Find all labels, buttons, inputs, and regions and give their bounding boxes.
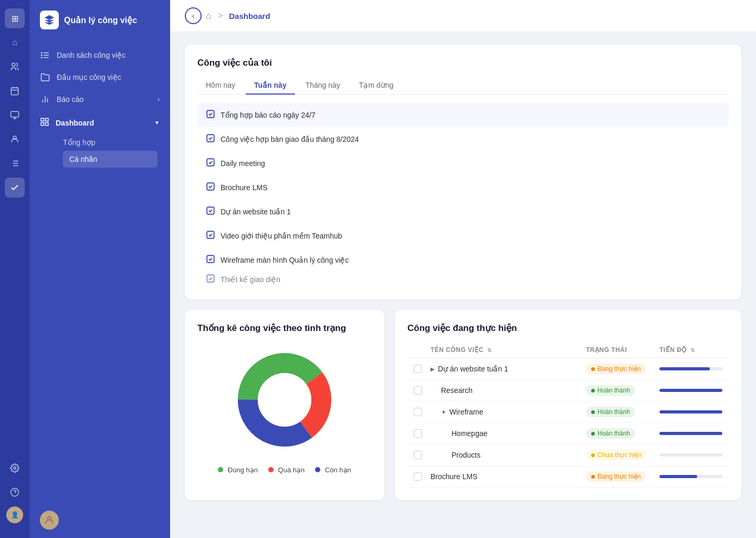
sidebar-item-bao-cao[interactable]: Báo cáo › (29, 88, 170, 110)
task-check-icon (206, 230, 215, 242)
task-label: Brochure LMS (220, 183, 267, 192)
task-item[interactable]: Công việc hợp bàn giao đầu tháng 8/2024 (197, 127, 729, 151)
table-row[interactable]: Research Hoàn thành (407, 380, 729, 401)
chart-legend: Đúng hạn Quá hạn Còn hạn (218, 466, 351, 474)
nav-icon-check[interactable] (5, 178, 25, 198)
status-badge: Chưa thực hiện (586, 450, 647, 460)
row-status: Hoàn thành (586, 385, 659, 396)
status-badge: Hoàn thành (586, 385, 635, 396)
task-label: Tổng hợp báo cáo ngày 24/7 (220, 111, 316, 119)
stats-chart-card: Thống kê công việc theo tình trạng (185, 310, 384, 500)
task-item[interactable]: Daily meeting (197, 151, 729, 175)
legend-item-dung-han: Đúng hạn (218, 466, 258, 474)
status-dot (591, 453, 595, 457)
svg-point-22 (41, 55, 43, 56)
breadcrumb-separator: > (218, 11, 223, 20)
svg-point-21 (41, 53, 43, 54)
bottom-row: Thống kê công việc theo tình trạng (185, 310, 741, 500)
row-checkbox[interactable] (414, 429, 430, 438)
task-label: Công việc hợp bàn giao đầu tháng 8/2024 (220, 135, 359, 143)
row-status: Hoàn thành (586, 428, 659, 439)
task-check-icon (206, 206, 215, 218)
task-label: Thiết kế giao diện (220, 275, 280, 284)
tab-thang-nay[interactable]: Tháng này (297, 77, 349, 95)
dashboard-icon (40, 117, 49, 128)
nav-icon-home[interactable]: ⌂ (5, 33, 25, 53)
expand-icon[interactable]: ▶ (430, 366, 435, 372)
expand-icon[interactable]: ▼ (441, 409, 446, 415)
nav-icon-calendar[interactable] (5, 81, 25, 101)
task-item[interactable]: Tổng hợp báo cáo ngày 24/7 (197, 103, 729, 127)
col-progress-sort[interactable]: ⇅ (690, 347, 695, 353)
user-avatar-strip[interactable]: 👤 (6, 506, 23, 530)
task-item[interactable]: Brochure LMS (197, 175, 729, 200)
sidebar-item-bao-cao-label: Báo cáo (57, 95, 83, 104)
sidebar-nav: Danh sách công việc Đầu mục công việc Bá… (29, 40, 170, 502)
dashboard-header[interactable]: Dashboard ▼ (36, 111, 164, 134)
folder-icon (40, 72, 50, 82)
col-name: TÊN CÔNG VIỆC ⇅ (430, 346, 586, 354)
nav-icon-list[interactable] (5, 153, 25, 173)
col-check (414, 346, 430, 354)
task-list: Tổng hợp báo cáo ngày 24/7 Công việc hợp… (197, 103, 729, 287)
row-checkbox[interactable] (414, 386, 430, 395)
back-icon: ‹ (192, 12, 195, 20)
col-name-sort[interactable]: ⇅ (487, 347, 492, 353)
my-tasks-card: Công việc của tôi Hôm nay Tuần này Tháng… (185, 45, 741, 299)
sidebar-item-ca-nhan[interactable]: Cá nhân (63, 151, 158, 168)
task-label: Daily meeting (220, 159, 265, 168)
table-row[interactable]: Brochure LMS Đang thực hiện (407, 466, 729, 488)
col-status: TRẠNG THÁI (586, 346, 659, 354)
back-button[interactable]: ‹ (185, 7, 202, 24)
status-dot (591, 410, 595, 414)
legend-item-con-han: Còn hạn (315, 466, 351, 474)
svg-rect-27 (41, 118, 44, 121)
task-label: Dự án website tuần 1 (220, 208, 291, 216)
icon-strip: ⊞ ⌂ 👤 (0, 0, 29, 538)
breadcrumb-current: Dashboard (229, 12, 270, 20)
sidebar-item-tong-hop[interactable]: Tổng hợp (63, 134, 164, 151)
row-checkbox[interactable] (414, 451, 430, 459)
svg-rect-30 (46, 123, 48, 126)
row-progress (659, 389, 722, 392)
content-area: Công việc của tôi Hôm nay Tuần này Tháng… (170, 32, 756, 538)
nav-icon-grid[interactable]: ⊞ (5, 8, 25, 28)
sidebar: Quản lý công việc Danh sách công việc Đầ… (29, 0, 170, 538)
status-dot (591, 389, 595, 392)
row-checkbox[interactable] (414, 472, 430, 481)
app-logo (40, 11, 59, 29)
nav-icon-settings[interactable] (5, 458, 25, 478)
tab-hom-nay[interactable]: Hôm nay (197, 77, 244, 95)
nav-icon-person[interactable] (5, 129, 25, 149)
nav-icon-users[interactable] (5, 57, 25, 77)
sidebar-item-danh-sach[interactable]: Danh sách công việc (29, 44, 170, 66)
donut-chart-container: Đúng hạn Quá hạn Còn hạn (197, 342, 372, 474)
tab-tuan-nay[interactable]: Tuần này (246, 77, 295, 95)
row-checkbox[interactable] (414, 408, 430, 416)
table-row[interactable]: Homepgae Hoàn thành (407, 423, 729, 444)
task-item[interactable]: Thiết kế giao diện (197, 272, 729, 287)
row-status: Chưa thực hiện (586, 450, 659, 460)
user-avatar[interactable] (40, 511, 59, 530)
task-item[interactable]: Dự án website tuần 1 (197, 200, 729, 224)
nav-icon-projects[interactable] (5, 105, 25, 125)
table-row[interactable]: ▶ Dự án website tuần 1 Đang thực hiện (407, 358, 729, 380)
task-check-icon (206, 133, 215, 145)
topbar: ‹ ⌂ > Dashboard (170, 0, 756, 32)
svg-rect-5 (11, 111, 19, 117)
task-item[interactable]: Video giới thiệu phần mềm Teamhub (197, 224, 729, 248)
sidebar-item-dau-muc[interactable]: Đầu mục công việc (29, 66, 170, 88)
row-checkbox[interactable] (414, 365, 430, 373)
app-title: Quản lý công việc (64, 15, 137, 25)
stats-title: Thống kê công việc theo tình trạng (197, 323, 372, 334)
breadcrumb-home[interactable]: ⌂ (206, 11, 212, 22)
task-item[interactable]: Wireframe màn hình Quản lý công việc (197, 248, 729, 272)
tab-tam-dung[interactable]: Tạm dừng (351, 77, 402, 95)
task-label: Video giới thiệu phần mềm Teamhub (220, 232, 342, 240)
table-row[interactable]: Products Chưa thực hiện (407, 444, 729, 466)
nav-icon-help[interactable] (5, 482, 25, 502)
status-badge: Hoàn thành (586, 407, 635, 417)
table-row[interactable]: ▼ Wireframe Hoàn thành (407, 401, 729, 423)
row-name: Homepgae (430, 429, 586, 438)
my-tasks-title: Công việc của tôi (197, 57, 729, 68)
